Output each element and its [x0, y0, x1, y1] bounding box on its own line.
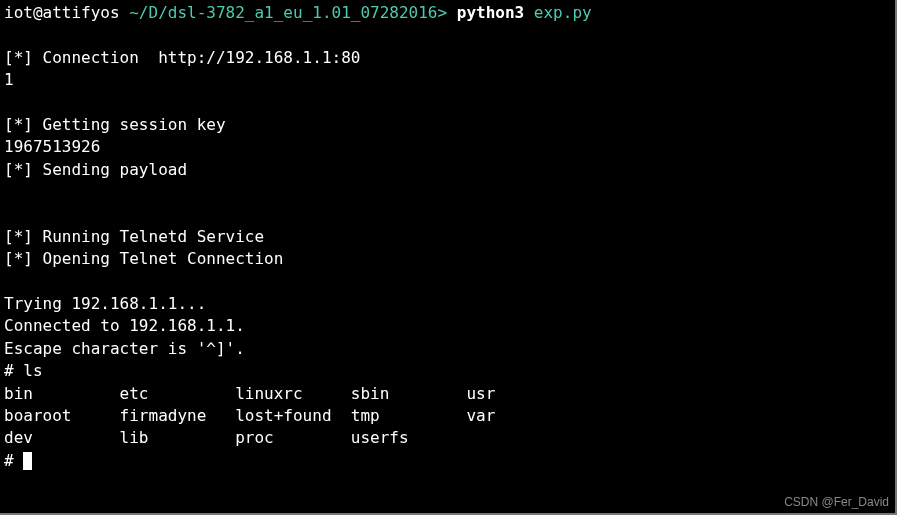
prompt-arrow: >: [437, 3, 447, 22]
ls-output-row: bin etc linuxrc sbin usr: [4, 384, 495, 403]
output-escape: Escape character is '^]'.: [4, 339, 245, 358]
prompt-space: [447, 3, 457, 22]
watermark: CSDN @Fer_David: [784, 494, 889, 511]
command-arg: exp.py: [534, 3, 592, 22]
ls-output-row: boaroot firmadyne lost+found tmp var: [4, 406, 495, 425]
output-trying: Trying 192.168.1.1...: [4, 294, 206, 313]
prompt-sep: [120, 3, 130, 22]
shell-prompt[interactable]: #: [4, 451, 23, 470]
prompt-path: ~/D/dsl-3782_a1_eu_1.01_07282016: [129, 3, 437, 22]
terminal-window[interactable]: iot@attifyos ~/D/dsl-3782_a1_eu_1.01_072…: [4, 2, 893, 472]
output-connection: [*] Connection http://192.168.1.1:80: [4, 48, 360, 67]
command: python3: [457, 3, 524, 22]
output-session-val: 1967513926: [4, 137, 100, 156]
ls-output-row: dev lib proc userfs: [4, 428, 409, 447]
output-telnet-conn: [*] Opening Telnet Connection: [4, 249, 283, 268]
prompt-user: iot@attifyos: [4, 3, 120, 22]
output-connected: Connected to 192.168.1.1.: [4, 316, 245, 335]
output-telnetd: [*] Running Telnetd Service: [4, 227, 264, 246]
output-one: 1: [4, 70, 14, 89]
output-session-key: [*] Getting session key: [4, 115, 226, 134]
shell-ls-command: # ls: [4, 361, 43, 380]
output-sending: [*] Sending payload: [4, 160, 187, 179]
cursor-icon: [23, 452, 32, 470]
